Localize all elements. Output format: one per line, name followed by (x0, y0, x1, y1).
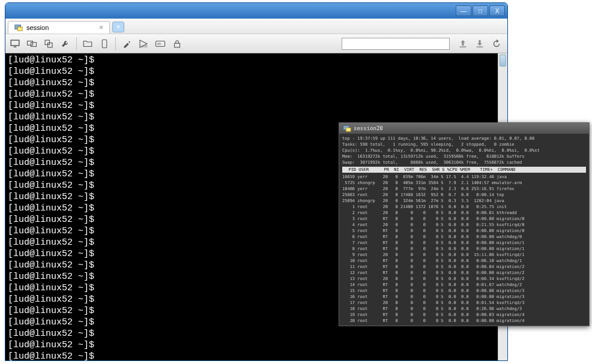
log-icon[interactable]: LOG (136, 37, 151, 51)
svg-rect-1 (17, 27, 22, 31)
monitors-icon[interactable] (25, 37, 39, 51)
svg-rect-14 (477, 46, 483, 47)
top-summary-line: Swap: 3071992k total, 8888k used, 306310… (342, 160, 586, 166)
popup-body: top - 19:37:59 up 111 days, 10:36, 14 us… (339, 134, 589, 326)
process-row: 18 root RT 0 0 0 0 S 0.0 0.0 0:26.96 wat… (342, 306, 586, 312)
process-row: 17 root 20 0 0 0 0 S 0.0 0.0 0:01.54 kso… (342, 300, 586, 306)
process-row: 5725 zhongrp 20 0 405m 331m 3584 S 7.9 2… (342, 180, 586, 186)
prompt-line: [lud@linux52 ~]$ (8, 351, 505, 360)
maximize-button[interactable]: □ (473, 5, 488, 16)
process-row: 15 root RT 0 0 0 0 S 0.0 0.0 0:00.06 mig… (342, 288, 586, 294)
process-row: 6 root RT 0 0 0 0 S 0.0 0.0 0:00.00 watc… (342, 234, 586, 240)
process-row: 20 root RT 0 0 0 0 S 0.0 0.0 0:00.00 mig… (342, 318, 586, 324)
process-row: 25863 root 20 0 17488 1632 952 R 0.7 0.0… (342, 192, 586, 198)
folder-icon[interactable] (80, 37, 95, 51)
popup-window[interactable]: session20 top - 19:37:59 up 111 days, 10… (339, 122, 590, 326)
tab-session[interactable]: session × (8, 21, 110, 34)
process-row: 9 root 20 0 0 0 0 S 0.0 0.0 15:11.06 kso… (342, 252, 586, 258)
process-row: 10659 yerr 20 0 839m 706m 34m S 17.5 4.4… (342, 174, 586, 180)
process-row: 19 root RT 0 0 0 0 S 0.0 0.0 0:00.03 mig… (342, 312, 586, 318)
svg-rect-7 (48, 43, 53, 47)
top-summary-line: Mem: 16319272k total, 13159712k used, 31… (342, 154, 586, 160)
process-row: 4 root 20 0 0 0 0 S 0.0 0.0 0:21.55 ksof… (342, 222, 586, 228)
svg-rect-2 (11, 40, 19, 46)
svg-rect-5 (31, 42, 37, 46)
process-row: 10486 yerr 20 0 777m 97m 24m S 2.3 0.6 2… (342, 186, 586, 192)
upload-icon[interactable] (456, 37, 470, 51)
svg-rect-8 (102, 40, 107, 48)
refresh-icon[interactable] (489, 37, 504, 51)
process-row: 13 root 20 0 0 0 0 S 0.0 0.0 0:08.34 kso… (342, 276, 586, 282)
process-row: 12 root RT 0 0 0 0 S 0.0 0.0 0:00.00 mig… (342, 270, 586, 276)
process-row: 16 root RT 0 0 0 0 S 0.0 0.0 0:00.00 mig… (342, 294, 586, 300)
monitor-icon[interactable] (8, 37, 22, 51)
process-row: 1 root 20 0 21400 1372 1076 S 0.0 0.0 0:… (342, 204, 586, 210)
process-row: 2 root 20 0 0 0 0 S 0.0 0.0 0:00.01 kthr… (342, 210, 586, 216)
popup-titlebar[interactable]: session20 (339, 123, 589, 134)
prompt-line: [lud@linux52 ~]$ (8, 66, 505, 77)
svg-text:LOG: LOG (142, 45, 148, 48)
top-summary-line: Cpu(s): 1.7%us, 0.1%sy, 0.0%ni, 98.2%id,… (342, 148, 586, 154)
prompt-line: [lud@linux52 ~]$ (8, 55, 505, 66)
process-row: 8 root RT 0 0 0 0 S 0.0 0.0 0:00.00 migr… (342, 246, 586, 252)
close-button[interactable]: X (489, 5, 505, 16)
svg-rect-6 (45, 40, 50, 45)
download-icon[interactable] (473, 37, 487, 51)
duplicate-icon[interactable] (41, 37, 56, 51)
svg-rect-4 (28, 41, 33, 45)
lock-icon[interactable] (170, 37, 184, 51)
prompt-line: [lud@linux52 ~]$ (8, 100, 505, 112)
svg-rect-3 (14, 46, 17, 47)
alt-icon[interactable]: Alt (153, 37, 168, 51)
search-input[interactable] (342, 38, 450, 50)
device-icon[interactable] (97, 37, 112, 51)
prompt-line: [lud@linux52 ~]$ (8, 339, 505, 351)
prompt-line: [lud@linux52 ~]$ (8, 77, 505, 89)
tab-bar: session × + (5, 19, 507, 34)
process-row: 11 root RT 0 0 0 0 S 0.0 0.0 0:00.04 mig… (342, 264, 586, 270)
process-row: 10 root RT 0 0 0 0 S 0.0 0.0 0:06.10 wat… (342, 258, 586, 264)
top-summary-line: Tasks: 598 total, 1 running, 595 sleepin… (342, 142, 586, 148)
putty-icon (343, 124, 351, 133)
svg-rect-16 (346, 128, 351, 131)
top-summary-line: top - 19:37:59 up 111 days, 10:36, 14 us… (342, 136, 586, 142)
top-header: PID USER PR NI VIRT RES SHR S %CPU %MEM … (342, 167, 586, 173)
titlebar[interactable]: — □ X (5, 3, 507, 19)
scrollbar-thumb[interactable] (500, 55, 506, 67)
svg-rect-13 (460, 46, 467, 47)
process-row: 5 root RT 0 0 0 0 S 0.0 0.0 0:00.00 migr… (342, 228, 586, 234)
separator (76, 37, 77, 50)
prompt-line: [lud@linux52 ~]$ (8, 328, 505, 339)
wrench-icon[interactable] (58, 37, 73, 51)
brush-icon[interactable] (119, 37, 134, 51)
tab-label: session (26, 24, 49, 31)
process-row: 25094 zhongrp 20 0 324m 561m 27m S 0.3 3… (342, 198, 586, 204)
separator (115, 37, 116, 50)
new-tab-button[interactable]: + (112, 22, 124, 32)
putty-icon (14, 23, 23, 32)
process-row: 14 root RT 0 0 0 0 S 0.0 0.0 0:01.67 wat… (342, 282, 586, 288)
minimize-button[interactable]: — (456, 5, 471, 16)
popup-title: session20 (354, 125, 383, 131)
prompt-line: [lud@linux52 ~]$ (8, 112, 505, 123)
svg-text:Alt: Alt (157, 42, 162, 46)
svg-rect-12 (175, 43, 180, 47)
tab-close-icon[interactable]: × (99, 23, 103, 32)
process-row: 3 root RT 0 0 0 0 S 0.0 0.0 0:00.00 migr… (342, 216, 586, 222)
process-row: 7 root RT 0 0 0 0 S 0.0 0.0 0:00.00 migr… (342, 240, 586, 246)
toolbar: LOG Alt (5, 34, 507, 53)
prompt-line: [lud@linux52 ~]$ (8, 89, 505, 100)
